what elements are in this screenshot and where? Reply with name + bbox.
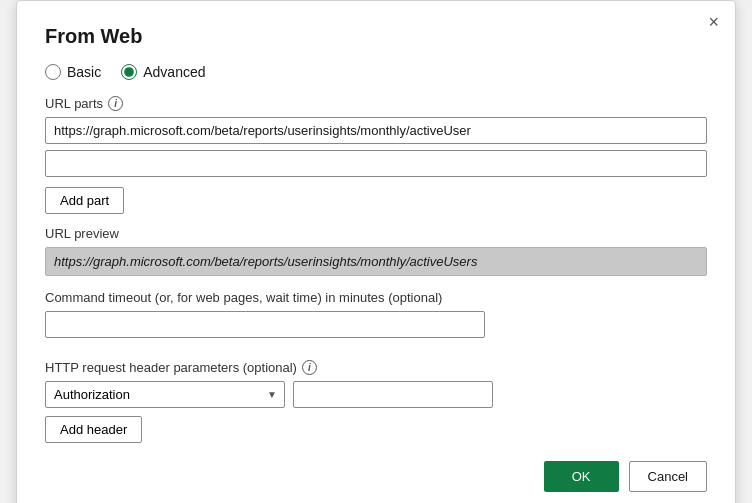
dialog-footer: OK Cancel	[45, 461, 707, 492]
timeout-section: Command timeout (or, for web pages, wait…	[45, 290, 707, 344]
url-preview-section: URL preview https://graph.microsoft.com/…	[45, 226, 707, 276]
basic-radio-label: Basic	[67, 64, 101, 80]
dialog-title: From Web	[45, 25, 707, 48]
from-web-dialog: × From Web Basic Advanced URL parts i Ad…	[16, 0, 736, 503]
basic-radio-option[interactable]: Basic	[45, 64, 101, 80]
timeout-input[interactable]	[45, 311, 485, 338]
url-preview-box: https://graph.microsoft.com/beta/reports…	[45, 247, 707, 276]
ok-button[interactable]: OK	[544, 461, 619, 492]
header-select[interactable]: Authorization Content-Type Accept Custom	[45, 381, 285, 408]
header-row: Authorization Content-Type Accept Custom…	[45, 381, 707, 408]
advanced-radio[interactable]	[121, 64, 137, 80]
header-select-wrapper: Authorization Content-Type Accept Custom…	[45, 381, 285, 408]
mode-radio-group: Basic Advanced	[45, 64, 707, 80]
http-header-info-icon[interactable]: i	[302, 360, 317, 375]
url-parts-section: URL parts i Add part	[45, 96, 707, 214]
add-part-button[interactable]: Add part	[45, 187, 124, 214]
basic-radio[interactable]	[45, 64, 61, 80]
http-header-section: HTTP request header parameters (optional…	[45, 360, 707, 443]
add-header-button[interactable]: Add header	[45, 416, 142, 443]
timeout-label: Command timeout (or, for web pages, wait…	[45, 290, 707, 305]
url-preview-label: URL preview	[45, 226, 707, 241]
advanced-radio-label: Advanced	[143, 64, 205, 80]
http-header-label: HTTP request header parameters (optional…	[45, 360, 707, 375]
url-parts-label: URL parts i	[45, 96, 707, 111]
header-value-input[interactable]	[293, 381, 493, 408]
advanced-radio-option[interactable]: Advanced	[121, 64, 205, 80]
url-parts-info-icon[interactable]: i	[108, 96, 123, 111]
url-parts-input-1[interactable]	[45, 117, 707, 144]
cancel-button[interactable]: Cancel	[629, 461, 707, 492]
close-button[interactable]: ×	[708, 13, 719, 31]
url-parts-input-2[interactable]	[45, 150, 707, 177]
